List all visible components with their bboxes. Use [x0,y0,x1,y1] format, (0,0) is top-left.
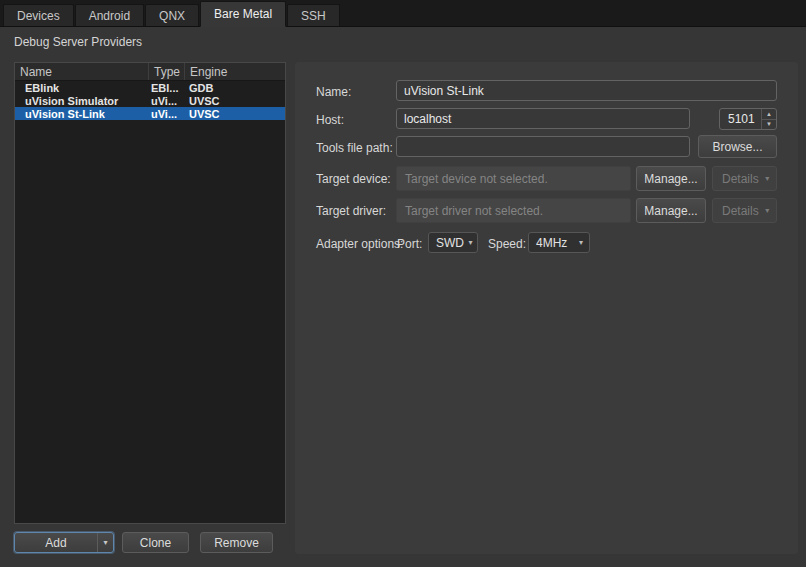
adapter-options-label: Adapter options: [316,237,403,251]
name-label: Name: [316,85,351,99]
details-label: Details [722,204,759,218]
speed-combobox-value: 4MHz [536,236,573,250]
name-input[interactable] [396,80,777,101]
spin-down-icon[interactable]: ▼ [762,120,776,130]
add-dropdown-arrow-icon[interactable]: ▾ [97,533,113,552]
target-device-manage-button[interactable]: Manage... [636,166,706,191]
browse-button[interactable]: Browse... [698,135,777,158]
row-type: uVi... [149,108,185,120]
table-row-uvision-st-link[interactable]: uVision St-Link uVi... UVSC [15,107,285,120]
add-button-label: Add [15,536,97,550]
port-spinbox[interactable]: ▲ ▼ [719,108,777,130]
chevron-down-icon: ▾ [464,238,477,247]
provider-details-panel: Name: Host: ▲ ▼ Tools file path: Browse.… [295,62,798,554]
target-driver-label: Target driver: [316,204,386,218]
tab-bare-metal[interactable]: Bare Metal [200,1,286,27]
column-header-name[interactable]: Name [15,63,149,80]
row-type: EBl... [149,82,185,94]
details-label: Details [722,172,759,186]
row-type: uVi... [149,95,185,107]
row-name: uVision St-Link [15,108,149,120]
target-driver-field: Target driver not selected. [396,198,631,223]
provider-table-header: Name Type Engine [15,63,285,81]
target-device-field: Target device not selected. [396,166,631,191]
target-device-label: Target device: [316,172,391,186]
host-label: Host: [316,113,344,127]
target-device-details-button: Details ▾ [712,166,777,191]
table-row-uvision-simulator[interactable]: uVision Simulator uVi... UVSC [15,94,285,107]
chevron-down-icon: ▾ [759,206,776,215]
tools-file-path-input[interactable] [396,136,690,157]
port-input[interactable] [720,109,761,129]
page-title: Debug Server Providers [14,35,142,49]
add-button[interactable]: Add ▾ [14,532,114,553]
host-input[interactable] [396,108,690,129]
target-driver-manage-button[interactable]: Manage... [636,198,706,223]
tab-bar: Devices Android QNX Bare Metal SSH [0,0,806,27]
tab-qnx[interactable]: QNX [145,4,199,26]
port-label: Port: [397,237,422,251]
provider-table: Name Type Engine EBlink EBl... GDB uVisi… [14,62,286,524]
spin-up-icon[interactable]: ▲ [762,109,776,120]
row-engine: UVSC [185,95,285,107]
port-combobox-value: SWD [436,236,464,250]
column-header-engine[interactable]: Engine [185,63,285,80]
chevron-down-icon: ▾ [759,174,776,183]
table-row-eblink[interactable]: EBlink EBl... GDB [15,81,285,94]
port-combobox[interactable]: SWD ▾ [428,232,478,253]
tab-devices[interactable]: Devices [3,4,74,26]
speed-combobox[interactable]: 4MHz ▾ [528,232,590,253]
column-header-type[interactable]: Type [149,63,185,80]
row-engine: UVSC [185,108,285,120]
row-name: uVision Simulator [15,95,149,107]
clone-button[interactable]: Clone [122,532,189,553]
remove-button[interactable]: Remove [200,532,273,553]
row-engine: GDB [185,82,285,94]
chevron-down-icon: ▾ [573,238,589,247]
tab-android[interactable]: Android [75,4,144,26]
tools-file-path-label: Tools file path: [316,141,393,155]
speed-label: Speed: [488,237,526,251]
debug-server-providers-page: Devices Android QNX Bare Metal SSH Debug… [0,0,806,567]
tab-ssh[interactable]: SSH [287,4,340,26]
target-driver-details-button: Details ▾ [712,198,777,223]
row-name: EBlink [15,82,149,94]
